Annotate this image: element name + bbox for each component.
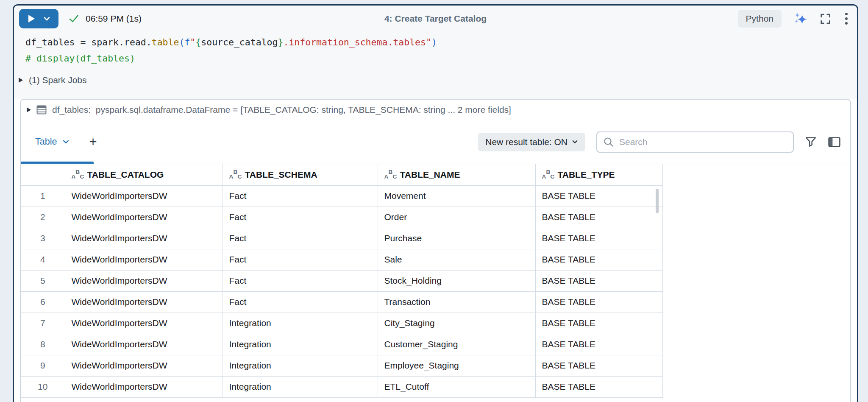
code-token: } [278,37,283,47]
code-token: # display(df_tables) [25,53,135,64]
grid-cell[interactable]: Integration [223,376,378,397]
row-number: 3 [21,228,65,249]
grid-cell[interactable]: ETL_Cutoff [378,376,535,397]
string-type-abc-icon: ABC [72,169,83,180]
code-token: { [195,37,201,47]
vertical-scrollbar[interactable] [656,189,659,213]
grid-cell[interactable]: Employee_Staging [378,355,535,376]
dataframe-summary-text: df_tables: pyspark.sql.dataframe.DataFra… [52,105,511,115]
grid-cell[interactable]: Integration [223,313,378,334]
results-area: df_tables: pyspark.sql.dataframe.DataFra… [14,99,857,402]
grid-cell[interactable]: WideWorldImportersDW [65,334,223,355]
table-row: 1WideWorldImportersDWFactMovementBASE TA… [21,185,662,207]
side-panel-icon[interactable] [828,136,841,148]
grid-cell[interactable]: BASE TABLE [535,249,662,270]
grid-cell[interactable]: BASE TABLE [535,207,662,228]
cell-command-area: 06:59 PM (1s) 4: Create Target Catalog P… [14,6,857,99]
table-row: 3WideWorldImportersDWFactPurchaseBASE TA… [21,228,662,249]
table-row: 10WideWorldImportersDWIntegrationETL_Cut… [21,376,662,397]
new-result-table-toggle[interactable]: New result table: ON [478,133,585,151]
grid-cell[interactable]: BASE TABLE [535,228,662,249]
code-line[interactable]: df_tables = spark.read.table(f"{source_c… [25,34,857,50]
column-header-table_type[interactable]: ABCTABLE_TYPE [535,164,662,185]
grid-cell[interactable]: Stock_Holding [378,270,535,291]
grid-cell[interactable]: Fact [223,270,378,291]
grid-cell[interactable]: Movement [378,185,535,207]
grid-cell[interactable]: Fact [223,249,378,270]
column-header-table_name[interactable]: ABCTABLE_NAME [378,164,535,185]
grid-cell[interactable]: WideWorldImportersDW [65,270,223,291]
grid-header-row: ABCTABLE_CATALOGABCTABLE_SCHEMAABCTABLE_… [21,164,662,185]
table-row: 5WideWorldImportersDWFactStock_HoldingBA… [21,270,662,291]
grid-cell[interactable]: WideWorldImportersDW [65,376,223,397]
grid-cell[interactable]: BASE TABLE [535,313,662,334]
string-type-abc-icon: ABC [229,169,241,180]
column-header-table_schema[interactable]: ABCTABLE_SCHEMA [223,164,378,185]
spark-jobs-expander[interactable]: (1) Spark Jobs [14,71,857,90]
code-token: .information_schema.tables" [283,37,431,47]
tab-table-label: Table [35,137,57,147]
grid-cell[interactable]: Order [378,207,535,228]
language-selector[interactable]: Python [738,10,782,28]
grid-cell[interactable]: City_Staging [378,313,535,334]
code-editor[interactable]: df_tables = spark.read.table(f"{source_c… [14,32,857,71]
new-result-table-label: New result table: ON [485,137,568,147]
grid-cell[interactable]: BASE TABLE [535,270,662,291]
fullscreen-icon[interactable] [819,13,832,25]
grid-cell[interactable]: Fact [223,228,378,249]
dataframe-summary-row[interactable]: df_tables: pyspark.sql.dataframe.DataFra… [21,100,850,120]
table-row: 4WideWorldImportersDWFactSaleBASE TABLE [21,249,662,270]
grid-cell[interactable]: BASE TABLE [535,355,662,376]
grid-cell[interactable]: WideWorldImportersDW [65,291,223,313]
grid-cell[interactable]: WideWorldImportersDW [65,185,223,207]
grid-cell[interactable]: Integration [223,334,378,355]
cell-toolbar: 06:59 PM (1s) 4: Create Target Catalog P… [14,6,857,32]
grid-cell[interactable]: Purchase [378,228,535,249]
code-token: table [152,37,179,47]
row-number: 5 [21,270,65,291]
grid-cell[interactable]: BASE TABLE [535,291,662,313]
grid-cell[interactable]: Fact [223,291,378,313]
search-box[interactable] [596,131,794,153]
grid-cell[interactable]: Transaction [378,291,535,313]
code-token: source_catalog [201,37,278,47]
grid-cell[interactable]: Fact [223,207,378,228]
last-run-time: 06:59 PM (1s) [86,14,142,24]
dataframe-table-icon [36,105,47,114]
chevron-down-icon [572,139,578,145]
grid-cell[interactable]: WideWorldImportersDW [65,228,223,249]
column-header-label: TABLE_SCHEMA [245,170,317,180]
run-dropdown-chevron-icon[interactable] [43,15,51,23]
table-row: 9WideWorldImportersDWIntegrationEmployee… [21,355,662,376]
code-token: ) [431,37,437,47]
caret-right-icon[interactable] [27,107,31,112]
run-button-group[interactable] [19,9,58,28]
code-line[interactable]: # display(df_tables) [25,50,857,67]
code-token: f [184,37,190,47]
column-header-label: TABLE_TYPE [558,170,615,180]
grid-cell[interactable]: Sale [378,249,535,270]
row-number: 2 [21,207,65,228]
add-visualization-button[interactable]: + [89,135,97,148]
table-row: 8WideWorldImportersDWIntegrationCustomer… [21,334,662,355]
search-input[interactable] [619,137,787,147]
grid-cell[interactable]: WideWorldImportersDW [65,313,223,334]
grid-cell[interactable]: Customer_Staging [378,334,535,355]
column-header-table_catalog[interactable]: ABCTABLE_CATALOG [65,164,223,185]
grid-cell[interactable]: BASE TABLE [535,376,662,397]
grid-cell[interactable]: WideWorldImportersDW [65,355,223,376]
grid-cell[interactable]: Fact [223,185,378,207]
grid-cell[interactable]: BASE TABLE [535,334,662,355]
spark-jobs-label: (1) Spark Jobs [29,75,87,85]
grid-cell[interactable]: WideWorldImportersDW [65,207,223,228]
cell-menu-kebab-icon[interactable] [843,11,849,26]
tab-table[interactable]: Table [35,137,70,147]
filter-funnel-icon[interactable] [805,136,817,148]
assistant-sparkle-icon[interactable] [793,12,807,26]
grid-cell[interactable]: Integration [223,355,378,376]
grid-cell[interactable]: BASE TABLE [535,185,662,207]
row-number: 10 [21,376,65,397]
play-icon[interactable] [28,15,35,22]
code-token: df_tables = spark.read. [25,37,152,47]
grid-cell[interactable]: WideWorldImportersDW [65,249,223,270]
